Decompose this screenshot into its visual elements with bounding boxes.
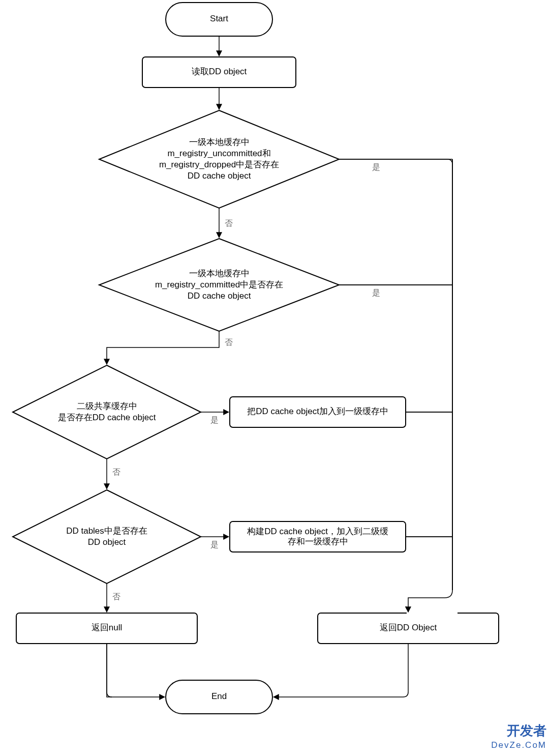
return-null-label: 返回null <box>92 623 122 632</box>
d4-line1: DD tables中是否存在 <box>66 526 147 536</box>
watermark-title: 开发者 <box>506 723 546 738</box>
d3-yes-label: 是 <box>210 416 219 424</box>
start-terminator: Start <box>166 3 272 36</box>
mask <box>407 590 458 616</box>
process-p2: 构建DD cache object，加入到二级缓 存和一级缓存中 <box>230 521 406 552</box>
d1-line4: DD cache object <box>188 171 251 181</box>
decision-3: 二级共享缓存中 是否存在DD cache object <box>13 365 201 459</box>
decision-4: DD tables中是否存在 DD object <box>13 490 201 584</box>
edge-null-end <box>107 644 165 697</box>
read-dd-label: 读取DD object <box>192 67 247 76</box>
d1-yes-label: 是 <box>372 163 380 171</box>
d3-no-label: 否 <box>112 468 120 476</box>
process-p1: 把DD cache object加入到一级缓存中 <box>230 397 406 427</box>
d1-line3: m_registry_dropped中是否存在 <box>159 160 279 169</box>
watermark-sub: DevZe.CoM <box>491 740 546 750</box>
end-label: End <box>211 691 227 701</box>
svg-marker-6 <box>13 490 201 584</box>
d4-yes-label: 是 <box>210 540 219 549</box>
p2-line2: 存和一级缓存中 <box>288 537 348 546</box>
start-label: Start <box>210 14 228 23</box>
return-obj-process: 返回DD Object <box>318 613 499 644</box>
d3-line2: 是否存在DD cache object <box>58 413 156 422</box>
edge-d2-d3 <box>107 331 219 364</box>
d1-line1: 一级本地缓存中 <box>189 137 250 147</box>
edge-obj-end <box>273 644 408 697</box>
return-null-process: 返回null <box>16 613 197 644</box>
end-terminator: End <box>166 680 272 714</box>
d3-line1: 二级共享缓存中 <box>77 401 137 411</box>
svg-marker-4 <box>13 365 201 459</box>
d4-line2: DD object <box>88 537 126 547</box>
d1-no-label: 否 <box>225 219 233 227</box>
d2-line3: DD cache object <box>188 291 251 301</box>
edge-right-bus-final <box>408 159 452 612</box>
p1-label: 把DD cache object加入到一级缓存中 <box>247 406 388 416</box>
svg-marker-2 <box>99 110 339 208</box>
edge-null-end-corner <box>107 644 112 697</box>
decision-2: 一级本地缓存中 m_registry_committed中是否存在 DD cac… <box>99 239 339 331</box>
d2-yes-label: 是 <box>372 288 380 297</box>
p2-line1: 构建DD cache object，加入到二级缓 <box>247 527 388 536</box>
d2-no-label: 否 <box>225 338 233 346</box>
d4-no-label: 否 <box>112 592 120 601</box>
d1-line2: m_registry_uncommitted和 <box>167 149 270 158</box>
return-obj-label: 返回DD Object <box>380 623 437 632</box>
decision-1: 一级本地缓存中 m_registry_uncommitted和 m_regist… <box>99 110 339 208</box>
d2-line1: 一级本地缓存中 <box>189 269 250 278</box>
read-dd-process: 读取DD object <box>142 57 296 88</box>
d2-line2: m_registry_committed中是否存在 <box>155 280 283 289</box>
